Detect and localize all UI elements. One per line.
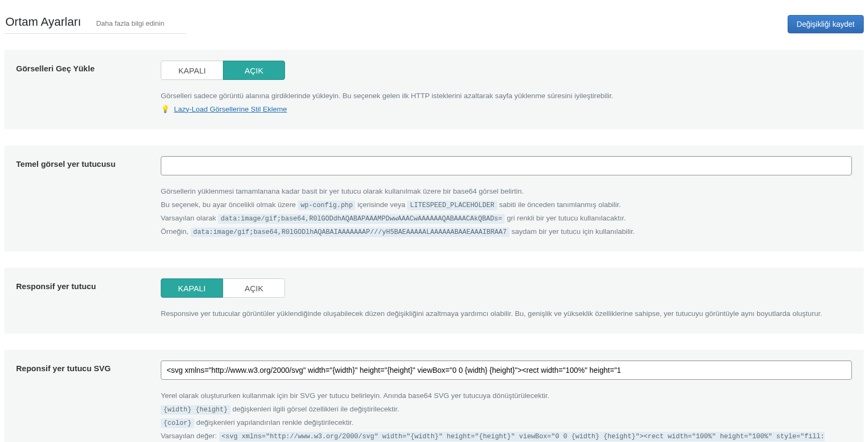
save-button[interactable]: Değişikliği kaydet bbox=[788, 15, 864, 33]
desc-text: {width} {height} değişkenleri ilgili gör… bbox=[161, 403, 852, 416]
code-snippet: <svg xmlns="http://www.w3.org/2000/svg" … bbox=[161, 432, 825, 442]
label-responsive-svg: Reponsif yer tutucu SVG bbox=[16, 360, 161, 373]
basic-placeholder-input[interactable] bbox=[161, 156, 852, 175]
label-responsive-placeholder: Responsif yer tutucu bbox=[16, 278, 161, 291]
section-basic-placeholder: Temel görsel yer tutucusu Görsellerin yü… bbox=[4, 145, 864, 252]
desc-text: Yerel olarak oluştururken kullanmak için… bbox=[161, 389, 852, 403]
section-lazy-load: Görselleri Geç Yükle KAPALI AÇIK Görsell… bbox=[4, 50, 864, 129]
page-title: Ortam Ayarları bbox=[4, 15, 81, 29]
learn-more-link[interactable]: Daha fazla bilgi edinin bbox=[96, 19, 164, 27]
code-snippet: {color} bbox=[161, 418, 194, 428]
bulb-icon: 💡 bbox=[161, 105, 170, 113]
section-responsive-svg: Reponsif yer tutucu SVG Yerel olarak olu… bbox=[4, 350, 864, 442]
toggle-off-button[interactable]: KAPALI bbox=[161, 278, 223, 298]
code-snippet: wp-config.php bbox=[298, 201, 356, 210]
toggle-lazy-load: KAPALI AÇIK bbox=[161, 61, 285, 80]
desc-text: Bu seçenek, bu ayar öncelikli olmak üzer… bbox=[161, 198, 852, 212]
desc-text: Varsayılan değer: <svg xmlns="http://www… bbox=[161, 430, 852, 442]
code-snippet: data:image/gif;base64,R0lGODdhAQABAPAAAM… bbox=[218, 214, 505, 224]
section-responsive-placeholder: Responsif yer tutucu KAPALI AÇIK Respons… bbox=[4, 268, 864, 334]
code-snippet: data:image/gif;base64,R0lGODlhAQABAIAAAA… bbox=[191, 227, 510, 237]
desc-text: Görselleri sadece görüntü alanına girdik… bbox=[161, 90, 852, 103]
toggle-off-button[interactable]: KAPALI bbox=[161, 61, 223, 80]
desc-text: Responsive yer tutucular görüntüler yükl… bbox=[161, 307, 852, 321]
code-snippet: {width} {height} bbox=[161, 405, 230, 415]
desc-text: Örneğin, data:image/gif;base64,R0lGODlhA… bbox=[161, 225, 852, 239]
desc-text: {color} değişkenleri yapılandırılan renk… bbox=[161, 416, 852, 430]
desc-text: Varsayılan olarak data:image/gif;base64,… bbox=[161, 212, 852, 225]
toggle-on-button[interactable]: AÇIK bbox=[223, 278, 285, 298]
label-basic-placeholder: Temel görsel yer tutucusu bbox=[16, 156, 161, 168]
label-lazy-load: Görselleri Geç Yükle bbox=[16, 61, 161, 73]
toggle-on-button[interactable]: AÇIK bbox=[223, 61, 285, 80]
lazy-load-styling-link[interactable]: Lazy-Load Görsellerine Stil Ekleme bbox=[174, 105, 287, 113]
code-snippet: LITESPEED_PLACEHOLDER bbox=[407, 201, 497, 210]
toggle-responsive-placeholder: KAPALI AÇIK bbox=[161, 278, 285, 298]
desc-text: Görsellerin yüklenmesi tamamlanana kadar… bbox=[161, 185, 852, 198]
responsive-svg-input[interactable] bbox=[161, 360, 852, 380]
